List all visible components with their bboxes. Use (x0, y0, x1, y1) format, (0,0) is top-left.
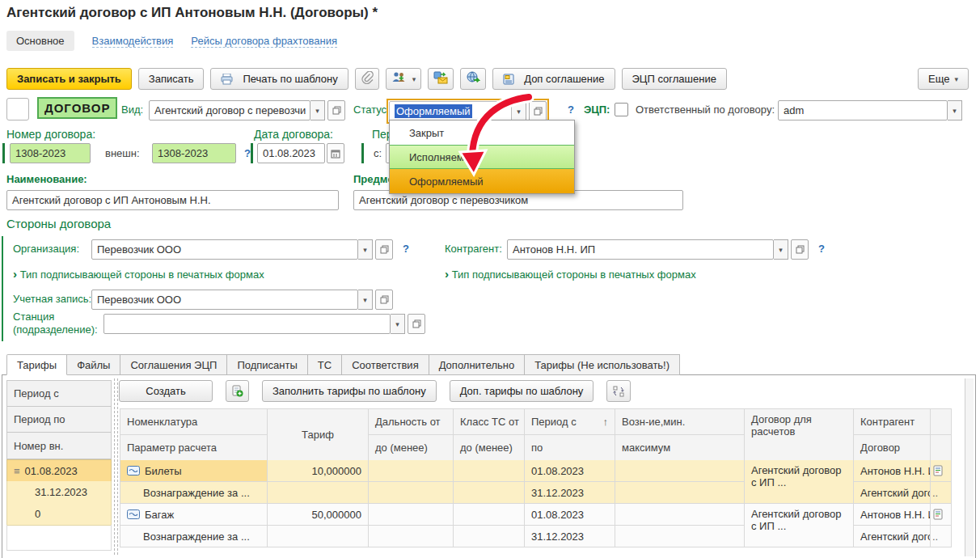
cell-counterparty[interactable]: Антонов Н.Н. ИП (854, 504, 931, 526)
counterparty-open-button[interactable] (791, 239, 809, 260)
tab-soglasheniya-ecp[interactable]: Соглашения ЭЦП (120, 354, 227, 375)
col-header-tariff[interactable]: Тариф (268, 409, 369, 461)
cell-period-to[interactable]: 31.12.2023 (525, 526, 615, 547)
attachments-button[interactable] (355, 68, 379, 90)
left-cell-number[interactable]: 0 (6, 503, 112, 526)
status-open-button[interactable] (529, 101, 547, 121)
col-header-contract[interactable]: Договор (854, 435, 931, 461)
cell-calc-param[interactable]: Вознаграждение за ... (120, 526, 268, 547)
organization-help-link[interactable]: ? (403, 243, 409, 255)
cell-nomenclature[interactable]: Билеты (120, 460, 268, 482)
dop-agreement-button[interactable]: Доп соглашение (492, 68, 615, 90)
sign-type-link-cp[interactable]: › Тип подписывающей стороны в печатных ф… (445, 267, 696, 281)
col-header-reward-max[interactable]: максимум (615, 435, 745, 461)
cell-clipped[interactable] (931, 460, 952, 482)
cell-nomenclature[interactable]: Багаж (120, 504, 268, 526)
counterparty-help-link[interactable]: ? (818, 243, 825, 255)
col-header-class-from[interactable]: Класс ТС от (454, 409, 525, 435)
save-and-close-button[interactable]: Записать и закрыть (6, 68, 132, 90)
ext-number-field[interactable]: 1308-2023 (152, 143, 236, 163)
counterparty-combobox[interactable]: Антонов Н.Н. ИП ▾ (507, 239, 809, 260)
status-selected-text[interactable]: Оформляемый (395, 104, 472, 118)
organization-combobox[interactable]: Перевозчик ООО ▾ (91, 239, 393, 260)
cell-contract[interactable]: Агентский дого... (854, 482, 931, 504)
col-header-nomenclature[interactable]: Номенклатура (120, 409, 268, 435)
add-contact-button[interactable]: ▾ (386, 68, 422, 90)
contract-date-field[interactable]: 01.08.2023 (257, 143, 344, 163)
swap-rows-button[interactable] (606, 380, 631, 402)
nav-tab-vzaimodeystviya[interactable]: Взаимодействия (92, 35, 174, 48)
tab-podpisanty[interactable]: Подписанты (227, 354, 307, 375)
cell-clipped[interactable] (931, 504, 952, 526)
col-header-period-to[interactable]: по (525, 435, 615, 461)
tab-tarify-ne-ispolzovat[interactable]: Тарифы (Не использовать!) (525, 354, 680, 375)
fill-tariffs-button[interactable]: Заполнить тарифы по шаблону (262, 380, 437, 402)
col-header-period-from[interactable]: Период с↑ (525, 409, 615, 435)
vid-combobox[interactable]: Агентский договор с перевозчи ▾ (149, 100, 345, 120)
nav-tab-osnovnoe[interactable]: Основное (6, 31, 74, 51)
responsible-combobox[interactable]: adm ▾ (778, 100, 962, 120)
status-help-link[interactable]: ? (568, 104, 574, 116)
left-header-number[interactable]: Номер вн. (6, 432, 112, 459)
status-caret[interactable]: ▾ (512, 101, 526, 121)
station-combobox[interactable]: ▾ (103, 314, 425, 334)
number-help-link[interactable]: ? (244, 147, 251, 159)
left-header-period-to[interactable]: Период по (6, 406, 112, 433)
ecp-agreement-button[interactable]: ЭЦП соглашение (622, 68, 727, 90)
col-header-distance-from[interactable]: Дальность от (369, 409, 454, 435)
responsible-caret[interactable]: ▾ (948, 100, 962, 120)
cell-tariff[interactable]: 50,000000 (268, 504, 369, 526)
col-header-class-to[interactable]: до (менее) (454, 435, 525, 461)
cell-empty[interactable] (454, 482, 525, 504)
vertical-scrollbar[interactable] (965, 378, 974, 556)
cell-clipped[interactable]: .. (931, 482, 952, 504)
create-copy-button[interactable] (226, 380, 249, 402)
account-open-button[interactable] (375, 290, 393, 310)
cell-calc-param[interactable]: Вознаграждение за ... (120, 482, 268, 504)
calendar-button[interactable] (327, 143, 344, 163)
splitter-handle[interactable] (114, 378, 118, 555)
left-header-period-from[interactable]: Период с (6, 380, 112, 407)
col-header-distance-to[interactable]: до (менее) (369, 435, 454, 461)
more-button[interactable]: Еще ▾ (918, 68, 969, 90)
col-header-counterparty[interactable]: Контрагент (854, 409, 931, 435)
left-cell-period-from[interactable]: ≡ 01.08.2023 (6, 459, 112, 482)
print-by-template-button[interactable]: Печать по шаблону (210, 68, 348, 90)
save-button[interactable]: Записать (138, 68, 205, 90)
cell-empty[interactable] (615, 526, 745, 547)
organization-open-button[interactable] (375, 239, 393, 260)
cell-tariff[interactable]: 10,000000 (268, 460, 369, 482)
account-combobox[interactable]: Перевозчик ООО ▾ (91, 290, 393, 310)
vid-caret[interactable]: ▾ (310, 100, 325, 120)
tab-sootvetstviya[interactable]: Соответствия (342, 354, 429, 375)
cell-clipped[interactable]: .. (931, 526, 952, 547)
vid-open-button[interactable] (327, 100, 345, 120)
left-cell-period-to[interactable]: 31.12.2023 (6, 481, 112, 504)
cell-counterparty[interactable]: Антонов Н.Н. ИП (854, 460, 931, 482)
col-header-reward-min[interactable]: Возн-ие,мин. (615, 409, 745, 435)
cell-class[interactable] (454, 504, 525, 526)
cell-contract[interactable]: Агентский дого... (854, 526, 931, 547)
cell-empty[interactable] (369, 482, 454, 504)
cell-reward[interactable] (615, 504, 745, 526)
name-field[interactable]: Агентский договор с ИП Антоновым Н.Н. (6, 190, 339, 210)
tab-fayly[interactable]: Файлы (67, 354, 120, 375)
cell-reward[interactable] (615, 460, 745, 482)
cell-empty[interactable] (454, 526, 525, 547)
cell-empty[interactable] (615, 482, 745, 504)
col-header-calc-param[interactable]: Параметр расчета (120, 435, 268, 461)
ecp-checkbox[interactable] (615, 103, 628, 116)
status-option-ispolnyaemyy[interactable]: Исполняемый (390, 145, 574, 169)
nav-tab-reysy[interactable]: Рейсы договора фрахтования (191, 35, 337, 48)
cell-empty[interactable] (268, 482, 369, 504)
cell-calc-contract[interactable]: Агентский договор с ИП ... (745, 504, 854, 547)
station-open-button[interactable] (408, 314, 425, 334)
station-caret[interactable]: ▾ (391, 314, 405, 334)
cell-class[interactable] (454, 460, 525, 482)
send-email-button[interactable] (428, 68, 454, 90)
tab-tarify[interactable]: Тарифы (6, 354, 67, 375)
cell-period-from[interactable]: 01.08.2023 (525, 504, 615, 526)
tab-dopolnitelno[interactable]: Дополнительно (429, 354, 526, 375)
organization-caret[interactable]: ▾ (358, 239, 373, 260)
col-header-calc-contract[interactable]: Договор для расчетов (745, 409, 854, 461)
